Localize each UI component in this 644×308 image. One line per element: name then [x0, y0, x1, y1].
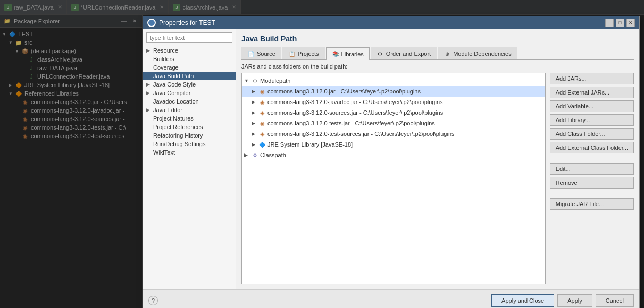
- close-dialog-btn[interactable]: ✕: [626, 19, 635, 27]
- sidebar-item-java-build-path[interactable]: Java Build Path: [143, 72, 236, 80]
- tab-module-deps[interactable]: ⊕ Module Dependencies: [438, 47, 517, 59]
- dialog-body: ▶ Resource Builders Coverage: [143, 29, 639, 289]
- tree-jar4[interactable]: ▶ ◉ commons-lang3-3.12.0-tests.jar - C:\…: [242, 118, 545, 129]
- classpath-icon: ⚙: [250, 151, 259, 159]
- tree-jar3[interactable]: ▶ ◉ commons-lang3-3.12.0-sources.jar - C…: [242, 107, 545, 118]
- tree-jar1[interactable]: ▶ ◉ commons-lang3-3.12.0.jar - C:\Users\…: [242, 86, 545, 97]
- sidebar-item-java-code-style[interactable]: ▶ Java Code Style: [143, 80, 236, 89]
- build-path-area: ▼ ⚙ Modulepath ▶ ◉ commons-lang3-3.12.0.…: [241, 73, 634, 284]
- sidebar-item-java-editor[interactable]: ▶ Java Editor: [143, 106, 236, 114]
- expand-arrow: ▼: [244, 78, 249, 83]
- expand-arrow: ▶: [252, 121, 257, 126]
- dialog-main: Java Build Path 📄 Source 📋 Projects 📚: [236, 29, 639, 289]
- tree-jar5[interactable]: ▶ ◉ commons-lang3-3.12.0-test-sources.ja…: [242, 129, 545, 139]
- build-path-tree[interactable]: ▼ ⚙ Modulepath ▶ ◉ commons-lang3-3.12.0.…: [241, 73, 546, 284]
- dialog-sidebar: ▶ Resource Builders Coverage: [143, 29, 236, 289]
- sidebar-item-run-debug[interactable]: Run/Debug Settings: [143, 140, 236, 148]
- modulepath-icon: ⚙: [250, 76, 259, 85]
- sidebar-item-javadoc[interactable]: Javadoc Location: [143, 97, 236, 106]
- sidebar-item-project-natures[interactable]: Project Natures: [143, 114, 236, 123]
- add-jars-button[interactable]: Add JARs...: [550, 73, 634, 84]
- remove-button[interactable]: Remove: [550, 177, 634, 189]
- cancel-button[interactable]: Cancel: [596, 294, 634, 307]
- expand-arrow: ▶: [252, 142, 257, 147]
- tab-strip: 📄 Source 📋 Projects 📚 Libraries ⚙: [241, 47, 634, 60]
- tab-projects[interactable]: 📋 Projects: [282, 47, 325, 59]
- expand-arrow: ▶: [252, 89, 257, 94]
- sidebar-arrow: ▶: [146, 107, 152, 113]
- sidebar-arrow: ▶: [146, 82, 152, 87]
- tab-source[interactable]: 📄 Source: [241, 47, 281, 59]
- build-path-buttons: Add JARs... Add External JARs... Add Var…: [550, 73, 634, 284]
- sidebar-item-java-compiler[interactable]: ▶ Java Compiler: [143, 89, 236, 97]
- edit-button[interactable]: Edit...: [550, 163, 634, 175]
- modal-overlay: Properties for TEST — □ ✕ ▶ Resource: [0, 0, 644, 308]
- sidebar-item-builders[interactable]: Builders: [143, 55, 236, 63]
- tree-jar2[interactable]: ▶ ◉ commons-lang3-3.12.0-javadoc.jar - C…: [242, 97, 545, 107]
- add-external-class-folder-button[interactable]: Add External Class Folder...: [550, 142, 634, 153]
- add-variable-button[interactable]: Add Variable...: [550, 100, 634, 112]
- expand-arrow: ▶: [252, 131, 257, 136]
- source-tab-icon: 📄: [247, 50, 255, 57]
- sidebar-arrow: ▶: [146, 48, 152, 53]
- jar-icon: ◉: [258, 87, 266, 96]
- sidebar-item-coverage[interactable]: Coverage: [143, 63, 236, 72]
- jar-icon: ◉: [258, 130, 266, 138]
- dialog-title-icon: [147, 19, 156, 27]
- add-class-folder-button[interactable]: Add Class Folder...: [550, 128, 634, 140]
- expand-arrow: ▶: [244, 152, 249, 158]
- properties-dialog: Properties for TEST — □ ✕ ▶ Resource: [143, 16, 640, 308]
- minimize-dialog-btn[interactable]: —: [605, 19, 614, 27]
- dialog-title-buttons: — □ ✕: [605, 19, 635, 27]
- migrate-jar-button[interactable]: Migrate JAR File...: [550, 198, 634, 210]
- sidebar-item-resource[interactable]: ▶ Resource: [143, 46, 236, 55]
- tree-jre[interactable]: ▶ 🔷 JRE System Library [JavaSE-18]: [242, 139, 545, 150]
- expand-arrow: ▶: [252, 110, 257, 115]
- tab-libraries[interactable]: 📚 Libraries: [326, 47, 370, 60]
- filter-input[interactable]: [146, 32, 232, 43]
- maximize-dialog-btn[interactable]: □: [616, 19, 624, 27]
- projects-tab-icon: 📋: [288, 50, 296, 57]
- add-external-jars-button[interactable]: Add External JARs...: [550, 87, 634, 98]
- dialog-titlebar: Properties for TEST — □ ✕: [143, 16, 639, 29]
- sidebar-arrow: ▶: [146, 90, 152, 96]
- section-title: Java Build Path: [241, 35, 634, 43]
- expand-arrow: ▶: [252, 99, 257, 105]
- jar-icon: ◉: [258, 108, 266, 117]
- jar-icon: ◉: [258, 98, 266, 106]
- tree-classpath[interactable]: ▶ ⚙ Classpath: [242, 150, 545, 160]
- jre-icon: 🔷: [258, 140, 266, 149]
- tab-order-export[interactable]: ⚙ Order and Export: [371, 47, 437, 59]
- jar-icon: ◉: [258, 119, 266, 127]
- sidebar-item-project-references[interactable]: Project References: [143, 123, 236, 131]
- tree-modulepath[interactable]: ▼ ⚙ Modulepath: [242, 75, 545, 86]
- order-export-tab-icon: ⚙: [377, 50, 384, 57]
- module-deps-tab-icon: ⊕: [444, 50, 451, 57]
- sidebar-tree: ▶ Resource Builders Coverage: [143, 46, 236, 289]
- sidebar-item-refactoring-history[interactable]: Refactoring History: [143, 131, 236, 140]
- build-path-label: JARs and class folders on the build path…: [241, 63, 634, 70]
- add-library-button[interactable]: Add Library...: [550, 114, 634, 126]
- help-button[interactable]: ?: [148, 296, 158, 305]
- sidebar-item-wikitext[interactable]: WikiText: [143, 148, 236, 157]
- dialog-title: Properties for TEST: [159, 19, 602, 27]
- apply-button[interactable]: Apply: [557, 294, 592, 307]
- apply-and-close-button[interactable]: Apply and Close: [491, 294, 554, 307]
- dialog-footer: ? Apply and Close Apply Cancel: [143, 289, 639, 308]
- libraries-tab-icon: 📚: [332, 50, 339, 58]
